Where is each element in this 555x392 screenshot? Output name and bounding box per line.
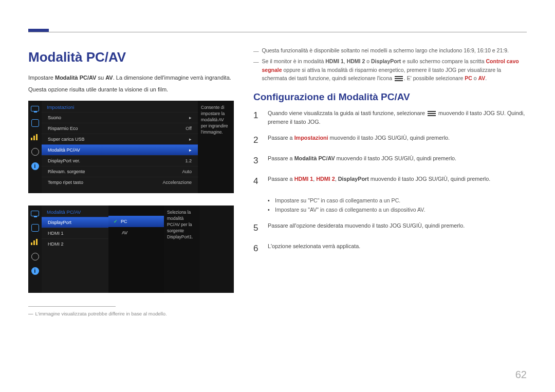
info-icon: i xyxy=(30,161,40,171)
gear-icon xyxy=(30,147,40,156)
monitor-icon xyxy=(30,104,40,113)
step-2: Passare a Impostazioni muovendo il tasto… xyxy=(253,134,527,147)
osd-sub-pane: ✓PC AV xyxy=(108,206,164,293)
osd-row: Tempo ripet tastoAccelerazione xyxy=(42,177,198,188)
osd-row: HDMI 1 xyxy=(42,228,108,238)
intro-line-1: Impostare Modalità PC/AV su AV. La dimen… xyxy=(28,73,234,82)
page-number: 62 xyxy=(515,369,527,381)
sub-bullets: Impostare su "PC" in caso di collegament… xyxy=(268,196,527,214)
intro-line-2: Questa opzione risulta utile durante la … xyxy=(28,85,234,94)
osd-row: Super carica USB▸ xyxy=(42,134,198,144)
osd-header: Modalità PC/AV xyxy=(42,206,108,217)
osd-row: HDMI 2 xyxy=(42,238,108,249)
target-icon xyxy=(30,118,40,127)
bullet-pc: Impostare su "PC" in caso di collegament… xyxy=(268,196,527,205)
info-icon: i xyxy=(30,266,40,275)
step-3: Passare a Modalità PC/AV muovendo il tas… xyxy=(253,154,527,167)
osd-settings-panel: i Impostazioni Suono▸ Risparmio EcoOff S… xyxy=(28,101,234,193)
bars-icon xyxy=(30,237,40,247)
monitor-icon xyxy=(30,209,40,218)
osd-header: Impostazioni xyxy=(42,101,198,112)
osd-sub-row: AV xyxy=(108,227,164,238)
osd-row-selected: Modalità PC/AV▸ xyxy=(42,144,198,155)
page-title: Modalità PC/AV xyxy=(28,49,234,65)
osd-sidebar: i xyxy=(28,101,42,193)
menu-icon xyxy=(428,111,436,116)
osd-row: Suono▸ xyxy=(42,112,198,123)
step-6: L'opzione selezionata verrà applicata. xyxy=(253,242,527,255)
check-icon: ✓ xyxy=(114,219,118,224)
step-5: Passare all'opzione desiderata muovendo … xyxy=(253,221,527,235)
step-1: Quando viene visualizzata la guida ai ta… xyxy=(253,109,527,126)
note-2: ― Se il monitor è in modalità HDMI 1, HD… xyxy=(253,57,527,82)
osd-pcav-panel: i Modalità PC/AV DisplayPort HDMI 1 HDMI… xyxy=(28,206,234,293)
osd-sidebar: i xyxy=(28,206,42,293)
gear-icon xyxy=(30,252,40,261)
osd-sub-row-selected: ✓PC xyxy=(108,216,164,227)
step-4: Passare a HDMI 1, HDMI 2, DisplayPort mu… xyxy=(253,175,527,188)
osd-row-selected: DisplayPort xyxy=(42,217,108,228)
section-title: Configurazione di Modalità PC/AV xyxy=(253,91,527,103)
osd-row: Rilevam. sorgenteAuto xyxy=(42,166,198,177)
footnote: ―L'immagine visualizzata potrebbe differ… xyxy=(28,311,234,316)
steps-list-cont: Passare all'opzione desiderata muovendo … xyxy=(253,221,527,256)
bullet-av: Impostare su "AV" in caso di collegament… xyxy=(268,205,527,214)
osd-description: Consente di impostare la modalità AV per… xyxy=(198,101,234,193)
osd-description: Seleziona la modalità PC/AV per la sorge… xyxy=(164,206,200,293)
note-1: ― Questa funzionalità è disponibile solt… xyxy=(253,46,527,55)
menu-icon xyxy=(395,76,403,81)
bars-icon xyxy=(30,133,40,142)
steps-list: Quando viene visualizzata la guida ai ta… xyxy=(253,109,527,189)
target-icon xyxy=(30,223,40,232)
osd-row: DisplayPort ver.1.2 xyxy=(42,155,198,166)
osd-row: Risparmio EcoOff xyxy=(42,123,198,134)
